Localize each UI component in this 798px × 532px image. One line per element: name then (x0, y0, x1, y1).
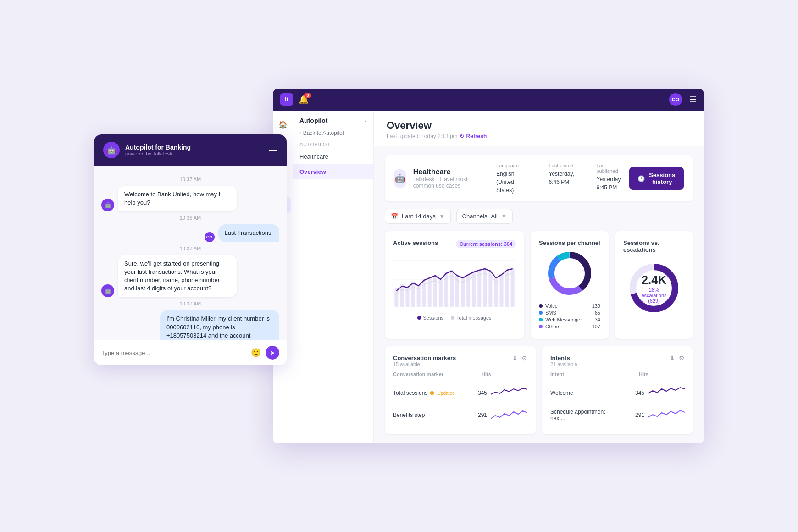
chat-header: 🤖 Autopilot for Banking powered by Talkd… (94, 134, 287, 166)
intents-table-header: Intent Hits (550, 371, 685, 380)
marker-row-1: Total sessions Updated 345 (393, 382, 527, 404)
current-sessions-label: Current sessions: (460, 241, 503, 247)
donut-chart (544, 248, 595, 299)
menu-icon[interactable]: ☰ (689, 94, 697, 105)
user-message-2: I'm Christina Miller, my client number i… (160, 310, 279, 340)
date-range-filter[interactable]: 📅 Last 14 days ▼ (385, 209, 451, 224)
intent-row-1: Welcome 345 (550, 382, 685, 404)
user-avatar-1: CO (205, 232, 215, 242)
marker-hits-1: 345 (456, 390, 491, 396)
markers-title-group: Conversation markers 15 available (393, 355, 456, 367)
col-intent-hits: Hits (616, 371, 652, 377)
app-window: it 🔔 8 CO ☰ 🏠 👤 ≡ ⊞ 🤖 (273, 89, 704, 443)
marker-name-2: Benefits step (393, 412, 456, 418)
active-sessions-title: Active sessions (393, 239, 438, 246)
channels-filter[interactable]: Channels All ▼ (456, 209, 513, 224)
intent-chart-2 (648, 407, 685, 422)
intents-table: Intent Hits Welcome 345 (550, 371, 685, 426)
sessions-history-button[interactable]: 🕐 Sessions history (629, 167, 684, 190)
back-to-autopilot-link[interactable]: ‹ Back to Autopilot (293, 128, 373, 140)
svg-rect-8 (422, 279, 426, 307)
intents-settings-icon[interactable]: ⚙ (679, 355, 685, 362)
minimize-button[interactable]: — (269, 145, 277, 155)
svg-rect-5 (405, 286, 409, 307)
last-updated-text: Last updated: Today 2:13 pm (387, 133, 458, 139)
marker-chart-1 (491, 385, 527, 400)
user-avatar[interactable]: CO (669, 93, 682, 106)
current-sessions-badge: Current sessions: 364 (456, 240, 516, 248)
intents-card: Intents 21 available ⬇ ⚙ Inten (542, 346, 693, 434)
chat-title: Autopilot for Banking (125, 144, 264, 151)
content-header: Overview Last updated: Today 2:13 pm ↻ R… (374, 111, 704, 146)
bot-message-avatar-2: 🤖 (101, 284, 114, 297)
main-content: Overview Last updated: Today 2:13 pm ↻ R… (374, 111, 704, 443)
marker-chart-2 (491, 407, 527, 422)
intents-title: Intents (550, 355, 577, 361)
channels-label: Channels (462, 213, 488, 220)
message-time-1: 10:37 AM (101, 177, 279, 182)
message-row-2: Last Transactions. CO (101, 224, 279, 242)
emoji-icon[interactable]: 🙂 (251, 348, 261, 358)
active-sessions-card: Active sessions Current sessions: 364 (385, 231, 524, 339)
markers-table: Conversation marker Hits Total sessions … (393, 371, 527, 426)
sessions-per-channel-card: Sessions per channel (531, 231, 609, 339)
intent-row-2: Schedule appointment - next... 291 (550, 404, 685, 426)
chat-input[interactable] (101, 349, 246, 356)
intents-actions: ⬇ ⚙ (670, 355, 685, 362)
markers-available: 15 available (393, 361, 456, 367)
markers-settings-icon[interactable]: ⚙ (521, 355, 527, 362)
markers-actions: ⬇ ⚙ (512, 355, 527, 362)
chart-legend: Sessions Total messages (393, 315, 516, 321)
app-logo: it (280, 93, 293, 106)
bot-icon-large: 🤖 (394, 169, 406, 188)
svg-rect-10 (433, 275, 437, 307)
page-title: Overview (387, 120, 691, 132)
bot-meta: Language English (United States) Last ed… (496, 163, 622, 194)
sidebar-icon-home[interactable]: 🏠 (275, 116, 291, 133)
sidebar-collapse-icon[interactable]: ‹ (365, 117, 367, 124)
sessions-per-channel-title: Sessions per channel (539, 239, 600, 246)
refresh-button[interactable]: Refresh (466, 133, 487, 139)
svg-rect-6 (411, 282, 415, 307)
sidebar-title: Autopilot (299, 117, 327, 124)
send-button[interactable]: ➤ (266, 346, 279, 360)
sidebar-item-healthcare[interactable]: Healthcare (293, 149, 373, 164)
intent-name-2: Schedule appointment - next... (550, 409, 613, 421)
col-marker-label: Conversation marker (393, 371, 459, 377)
svg-rect-15 (461, 277, 465, 307)
chat-widget: 🤖 Autopilot for Banking powered by Talkd… (94, 134, 287, 365)
updated-label-1: Updated (438, 391, 455, 396)
notification-badge: 8 (304, 93, 311, 98)
sessions-vs-escalations-card: Sessions vs. escalations 2.4 (615, 231, 693, 339)
bot-message-1: Welcome to Bank United, how may I help y… (118, 186, 237, 211)
bot-name: Healthcare (413, 168, 480, 176)
intents-download-icon[interactable]: ⬇ (670, 355, 675, 362)
date-range-chevron: ▼ (439, 213, 445, 220)
escalations-big-number: 2.4K (640, 273, 668, 287)
legend-total: Total messages (451, 315, 491, 321)
sidebar-item-overview[interactable]: Overview (293, 164, 373, 179)
sidebar: 🏠 👤 ≡ ⊞ 🤖 Autopilot ‹ ‹ Back to (273, 111, 374, 443)
message-time-4: 10:37 AM (101, 301, 279, 306)
bot-info-card: 🤖 Healthcare Talkdesk · Travel most comm… (385, 155, 693, 201)
bot-subtitle: Talkdesk · Travel most common use cases (413, 176, 480, 189)
back-arrow-icon: ‹ (299, 130, 301, 136)
back-link-label: Back to Autopilot (303, 130, 344, 136)
updated-badge-1 (430, 391, 434, 395)
sessions-history-label: Sessions history (648, 172, 676, 185)
current-sessions-value: 364 (504, 241, 512, 247)
markers-download-icon[interactable]: ⬇ (512, 355, 518, 362)
sidebar-item-label-overview: Overview (299, 168, 326, 175)
channels-value: All (491, 213, 498, 220)
escalations-sub-label: 28% escalations (629) (640, 287, 668, 304)
last-published-label: Last published (597, 163, 622, 174)
message-row-3: 🤖 Sure, we'll get started on presenting … (101, 255, 279, 298)
chat-messages-area: 10:37 AM 🤖 Welcome to Bank United, how m… (94, 166, 287, 340)
intent-hits-2: 291 (613, 412, 648, 418)
message-time-2: 10:36 AM (101, 215, 279, 221)
intent-hits-1: 345 (613, 390, 648, 396)
message-row-4: I'm Christina Miller, my client number i… (101, 310, 279, 340)
notification-button[interactable]: 🔔 8 (299, 94, 309, 105)
marker-row-2: Benefits step 291 (393, 404, 527, 426)
chat-input-area: 🙂 ➤ (94, 340, 287, 365)
